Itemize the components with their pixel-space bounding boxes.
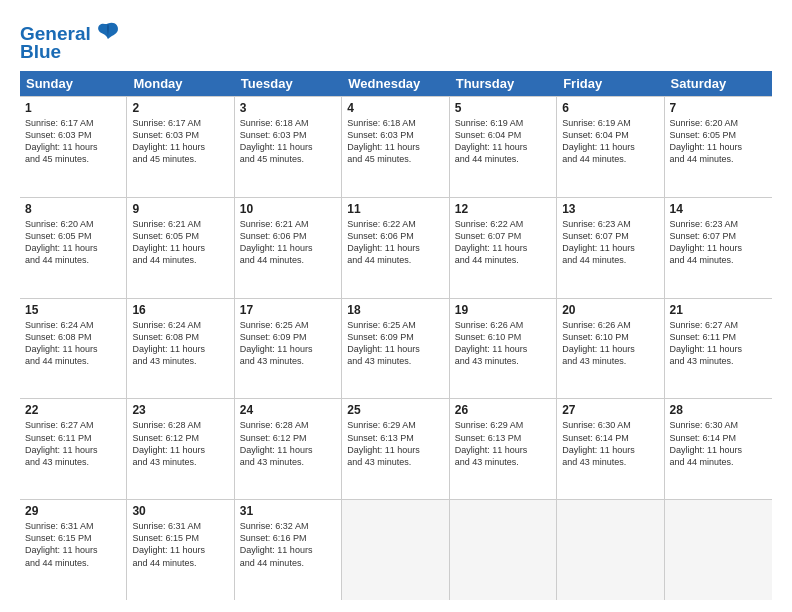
calendar-cell: 5Sunrise: 6:19 AM Sunset: 6:04 PM Daylig…	[450, 97, 557, 197]
calendar-cell: 22Sunrise: 6:27 AM Sunset: 6:11 PM Dayli…	[20, 399, 127, 499]
calendar-week: 22Sunrise: 6:27 AM Sunset: 6:11 PM Dayli…	[20, 399, 772, 500]
calendar-week: 8Sunrise: 6:20 AM Sunset: 6:05 PM Daylig…	[20, 198, 772, 299]
calendar-cell: 24Sunrise: 6:28 AM Sunset: 6:12 PM Dayli…	[235, 399, 342, 499]
day-number: 19	[455, 303, 551, 317]
calendar-cell: 30Sunrise: 6:31 AM Sunset: 6:15 PM Dayli…	[127, 500, 234, 600]
day-number: 12	[455, 202, 551, 216]
day-info: Sunrise: 6:26 AM Sunset: 6:10 PM Dayligh…	[455, 319, 551, 368]
logo-bird-icon	[94, 18, 122, 46]
calendar-cell: 11Sunrise: 6:22 AM Sunset: 6:06 PM Dayli…	[342, 198, 449, 298]
day-number: 14	[670, 202, 767, 216]
day-info: Sunrise: 6:29 AM Sunset: 6:13 PM Dayligh…	[347, 419, 443, 468]
day-info: Sunrise: 6:29 AM Sunset: 6:13 PM Dayligh…	[455, 419, 551, 468]
calendar-cell: 13Sunrise: 6:23 AM Sunset: 6:07 PM Dayli…	[557, 198, 664, 298]
day-info: Sunrise: 6:25 AM Sunset: 6:09 PM Dayligh…	[347, 319, 443, 368]
calendar-cell: 29Sunrise: 6:31 AM Sunset: 6:15 PM Dayli…	[20, 500, 127, 600]
calendar-cell: 28Sunrise: 6:30 AM Sunset: 6:14 PM Dayli…	[665, 399, 772, 499]
day-number: 5	[455, 101, 551, 115]
calendar-cell: 21Sunrise: 6:27 AM Sunset: 6:11 PM Dayli…	[665, 299, 772, 399]
calendar-cell: 20Sunrise: 6:26 AM Sunset: 6:10 PM Dayli…	[557, 299, 664, 399]
day-number: 22	[25, 403, 121, 417]
calendar-cell: 10Sunrise: 6:21 AM Sunset: 6:06 PM Dayli…	[235, 198, 342, 298]
day-info: Sunrise: 6:20 AM Sunset: 6:05 PM Dayligh…	[670, 117, 767, 166]
day-number: 7	[670, 101, 767, 115]
day-number: 11	[347, 202, 443, 216]
calendar-cell: 12Sunrise: 6:22 AM Sunset: 6:07 PM Dayli…	[450, 198, 557, 298]
day-info: Sunrise: 6:30 AM Sunset: 6:14 PM Dayligh…	[562, 419, 658, 468]
day-number: 26	[455, 403, 551, 417]
calendar-week: 15Sunrise: 6:24 AM Sunset: 6:08 PM Dayli…	[20, 299, 772, 400]
day-info: Sunrise: 6:19 AM Sunset: 6:04 PM Dayligh…	[455, 117, 551, 166]
day-of-week-header: Wednesday	[342, 71, 449, 96]
calendar-cell	[665, 500, 772, 600]
day-info: Sunrise: 6:24 AM Sunset: 6:08 PM Dayligh…	[25, 319, 121, 368]
day-info: Sunrise: 6:20 AM Sunset: 6:05 PM Dayligh…	[25, 218, 121, 267]
day-number: 27	[562, 403, 658, 417]
day-number: 29	[25, 504, 121, 518]
calendar-cell: 15Sunrise: 6:24 AM Sunset: 6:08 PM Dayli…	[20, 299, 127, 399]
day-number: 28	[670, 403, 767, 417]
day-number: 20	[562, 303, 658, 317]
day-number: 17	[240, 303, 336, 317]
day-number: 4	[347, 101, 443, 115]
day-of-week-header: Saturday	[665, 71, 772, 96]
day-info: Sunrise: 6:18 AM Sunset: 6:03 PM Dayligh…	[347, 117, 443, 166]
day-info: Sunrise: 6:30 AM Sunset: 6:14 PM Dayligh…	[670, 419, 767, 468]
day-info: Sunrise: 6:23 AM Sunset: 6:07 PM Dayligh…	[670, 218, 767, 267]
day-number: 23	[132, 403, 228, 417]
day-of-week-header: Tuesday	[235, 71, 342, 96]
day-info: Sunrise: 6:32 AM Sunset: 6:16 PM Dayligh…	[240, 520, 336, 569]
day-info: Sunrise: 6:26 AM Sunset: 6:10 PM Dayligh…	[562, 319, 658, 368]
day-info: Sunrise: 6:28 AM Sunset: 6:12 PM Dayligh…	[132, 419, 228, 468]
calendar-cell: 19Sunrise: 6:26 AM Sunset: 6:10 PM Dayli…	[450, 299, 557, 399]
day-info: Sunrise: 6:27 AM Sunset: 6:11 PM Dayligh…	[670, 319, 767, 368]
day-number: 3	[240, 101, 336, 115]
day-number: 10	[240, 202, 336, 216]
day-info: Sunrise: 6:23 AM Sunset: 6:07 PM Dayligh…	[562, 218, 658, 267]
day-info: Sunrise: 6:17 AM Sunset: 6:03 PM Dayligh…	[25, 117, 121, 166]
day-info: Sunrise: 6:22 AM Sunset: 6:06 PM Dayligh…	[347, 218, 443, 267]
calendar-cell	[557, 500, 664, 600]
day-number: 18	[347, 303, 443, 317]
calendar-week: 1Sunrise: 6:17 AM Sunset: 6:03 PM Daylig…	[20, 96, 772, 198]
day-info: Sunrise: 6:28 AM Sunset: 6:12 PM Dayligh…	[240, 419, 336, 468]
day-number: 13	[562, 202, 658, 216]
day-info: Sunrise: 6:22 AM Sunset: 6:07 PM Dayligh…	[455, 218, 551, 267]
day-number: 8	[25, 202, 121, 216]
day-info: Sunrise: 6:27 AM Sunset: 6:11 PM Dayligh…	[25, 419, 121, 468]
day-info: Sunrise: 6:25 AM Sunset: 6:09 PM Dayligh…	[240, 319, 336, 368]
day-of-week-header: Thursday	[450, 71, 557, 96]
day-of-week-header: Sunday	[20, 71, 127, 96]
day-info: Sunrise: 6:24 AM Sunset: 6:08 PM Dayligh…	[132, 319, 228, 368]
calendar-cell: 7Sunrise: 6:20 AM Sunset: 6:05 PM Daylig…	[665, 97, 772, 197]
day-number: 16	[132, 303, 228, 317]
day-number: 24	[240, 403, 336, 417]
calendar-cell: 17Sunrise: 6:25 AM Sunset: 6:09 PM Dayli…	[235, 299, 342, 399]
calendar-cell: 27Sunrise: 6:30 AM Sunset: 6:14 PM Dayli…	[557, 399, 664, 499]
calendar-week: 29Sunrise: 6:31 AM Sunset: 6:15 PM Dayli…	[20, 500, 772, 600]
calendar: SundayMondayTuesdayWednesdayThursdayFrid…	[20, 71, 772, 600]
calendar-cell: 8Sunrise: 6:20 AM Sunset: 6:05 PM Daylig…	[20, 198, 127, 298]
calendar-cell: 1Sunrise: 6:17 AM Sunset: 6:03 PM Daylig…	[20, 97, 127, 197]
day-of-week-header: Monday	[127, 71, 234, 96]
day-info: Sunrise: 6:21 AM Sunset: 6:06 PM Dayligh…	[240, 218, 336, 267]
calendar-cell: 25Sunrise: 6:29 AM Sunset: 6:13 PM Dayli…	[342, 399, 449, 499]
day-number: 1	[25, 101, 121, 115]
calendar-header: SundayMondayTuesdayWednesdayThursdayFrid…	[20, 71, 772, 96]
calendar-cell: 4Sunrise: 6:18 AM Sunset: 6:03 PM Daylig…	[342, 97, 449, 197]
day-of-week-header: Friday	[557, 71, 664, 96]
day-info: Sunrise: 6:18 AM Sunset: 6:03 PM Dayligh…	[240, 117, 336, 166]
day-info: Sunrise: 6:31 AM Sunset: 6:15 PM Dayligh…	[25, 520, 121, 569]
day-info: Sunrise: 6:31 AM Sunset: 6:15 PM Dayligh…	[132, 520, 228, 569]
header: General Blue	[20, 18, 772, 61]
calendar-cell: 9Sunrise: 6:21 AM Sunset: 6:05 PM Daylig…	[127, 198, 234, 298]
calendar-cell: 14Sunrise: 6:23 AM Sunset: 6:07 PM Dayli…	[665, 198, 772, 298]
calendar-cell	[450, 500, 557, 600]
day-number: 9	[132, 202, 228, 216]
calendar-cell: 6Sunrise: 6:19 AM Sunset: 6:04 PM Daylig…	[557, 97, 664, 197]
day-number: 2	[132, 101, 228, 115]
calendar-cell: 2Sunrise: 6:17 AM Sunset: 6:03 PM Daylig…	[127, 97, 234, 197]
day-number: 6	[562, 101, 658, 115]
day-number: 21	[670, 303, 767, 317]
calendar-body: 1Sunrise: 6:17 AM Sunset: 6:03 PM Daylig…	[20, 96, 772, 600]
